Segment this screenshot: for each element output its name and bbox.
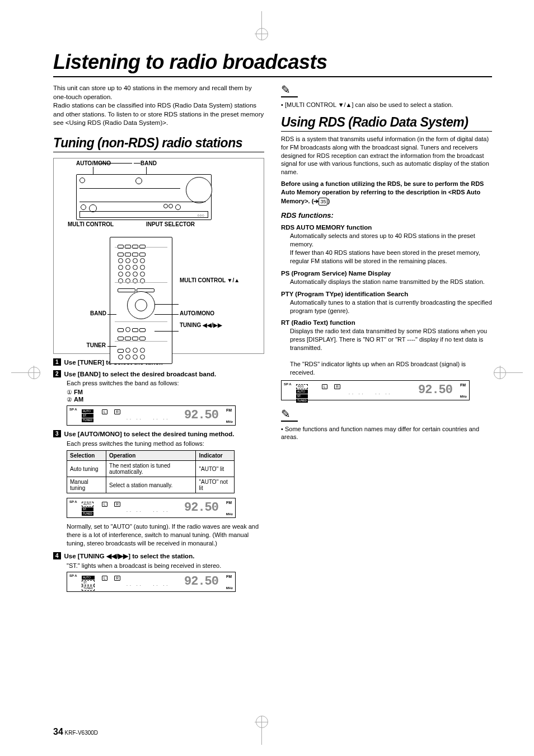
func-auto-memory-body: Automatically selects and stores up to 4… <box>290 232 492 265</box>
step-2-text: Use [BAND] to select the desired broadca… <box>64 370 217 379</box>
table-h1: Selection <box>67 451 106 461</box>
diag-band-top: BAND <box>140 160 157 166</box>
note-multi-control: [MULTI CONTROL ▼/▲] can also be used to … <box>281 101 492 109</box>
rds-bold-block: Before using a function utilizing the RD… <box>281 180 492 206</box>
func-ps-title: PS (Program Service) Name Display <box>281 270 492 277</box>
note-icon: ✎ <box>281 84 298 97</box>
rds-intro: RDS is a system that transmits useful in… <box>281 135 492 176</box>
step-1-number: 1 <box>53 358 61 366</box>
func-pty-title: PTY (Program TYpe) identification Search <box>281 291 492 297</box>
step-2-sub: Each press switches the band as follows: <box>67 379 264 388</box>
step-4-sub: "ST." lights when a broadcast is being r… <box>67 562 264 570</box>
diag-tuner: TUNER <box>83 342 106 348</box>
page-number: 34 KRF-V6300D <box>53 727 98 737</box>
step-3-note: Normally, set to "AUTO" (auto tuning). I… <box>67 522 264 548</box>
table-h3: Indicator <box>196 451 235 461</box>
diag-auto-mono-side: AUTO/MONO <box>180 310 214 316</box>
tuning-section-title: Tuning (non-RDS) radio stations <box>53 136 264 152</box>
rds-indicator-note: The "RDS" indicator lights up when an RD… <box>290 360 492 377</box>
func-pty-body: Automatically tunes to a station that is… <box>290 298 492 315</box>
step-4-number: 4 <box>53 552 61 559</box>
title-rule <box>53 76 492 77</box>
step-2-number: 2 <box>53 370 61 377</box>
rds-section-title: Using RDS (Radio Data System) <box>281 115 492 132</box>
lcd-display-3: SP A AUTO ST. TUNED L R .. .. .. .. 92.5… <box>67 572 236 592</box>
lcd-display-rds: SP A RDS AUTO ST. TUNED L R .. .. .. .. … <box>281 380 470 400</box>
func-auto-memory-title: RDS AUTO MEMORY function <box>281 224 492 231</box>
step-2-opt2: ② ② AMAM <box>67 396 264 403</box>
remote-panel <box>110 237 172 364</box>
note-icon: ✎ <box>281 408 298 422</box>
func-rt-body: Displays the radio text data transmitted… <box>290 327 492 352</box>
diag-input-selector: INPUT SELECTOR <box>146 221 195 227</box>
table-row: Manual tuning Select a station manually.… <box>67 477 235 493</box>
step-3-text: Use [AUTO/MONO] to select the desired tu… <box>64 430 235 438</box>
tuning-table: Selection Operation Indicator Auto tunin… <box>67 450 235 493</box>
diag-multi-control-ud: MULTI CONTROL ▼/▲ <box>180 277 240 283</box>
diag-band-side: BAND <box>84 310 106 316</box>
diag-tuning: TUNING ◀◀/▶▶ <box>180 322 222 328</box>
lcd-display-1: SP A AUTO ST. TUNED L R .. .. .. .. 92.5… <box>67 405 236 426</box>
diag-multi-control: MULTI CONTROL <box>68 221 114 227</box>
main-title: Listening to radio broadcasts <box>53 50 492 74</box>
device-diagram: AUTO/MONO BAND ○○ <box>53 158 264 354</box>
right-column: ✎ [MULTI CONTROL ▼/▲] can also be used t… <box>281 84 492 596</box>
note-functions-differ: Some functions and function names may di… <box>281 425 492 442</box>
step-3-number: 3 <box>53 430 61 437</box>
intro-text: This unit can store up to 40 stations in… <box>53 84 264 128</box>
step-3-sub: Each press switches the tuning method as… <box>67 440 264 448</box>
rds-functions-heading: RDS functions: <box>281 211 492 220</box>
func-ps-body: Automatically displays the station name … <box>290 278 492 286</box>
step-4-text: Use [TUNING ◀◀/▶▶] to select the station… <box>64 552 195 561</box>
step-2-opt1: ① ① FMFM <box>67 389 264 396</box>
func-rt-title: RT (Radio Text) function <box>281 319 492 326</box>
left-column: This unit can store up to 40 stations in… <box>53 84 264 596</box>
lcd-display-2: SP A AUTO ST. TUNED L R .. .. .. .. 92.5… <box>67 498 236 518</box>
front-panel: ○○○ <box>76 174 212 220</box>
table-row: Auto tuning The next station is tuned au… <box>67 461 235 477</box>
table-h2: Operation <box>106 451 196 461</box>
